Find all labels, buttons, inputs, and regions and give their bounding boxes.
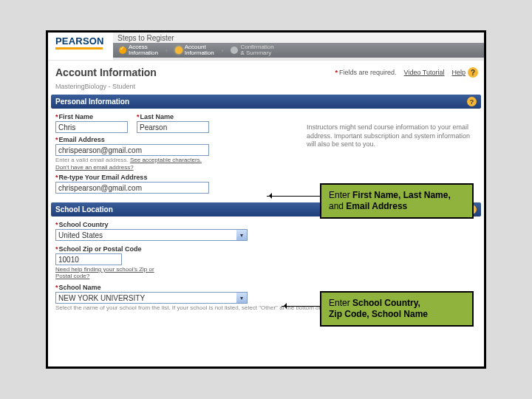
last-name-input[interactable] [137, 121, 209, 133]
top-bar: PEARSON Steps to Register Access Informa… [48, 33, 484, 61]
brand-text: PEARSON [55, 35, 104, 47]
country-field: *School Country United States ▾ [55, 221, 248, 241]
arrow-icon [267, 196, 320, 197]
first-name-field: *First Name [55, 113, 128, 133]
retype-email-input[interactable] [55, 182, 209, 194]
acceptable-chars-link[interactable]: See acceptable characters. [130, 157, 202, 163]
step-confirmation: Confirmation & Summary [225, 43, 279, 58]
step3-line2: & Summary [240, 50, 271, 56]
help-icon[interactable]: ? [468, 67, 478, 78]
email-input[interactable] [55, 144, 209, 156]
step1-line2: Information [129, 50, 158, 56]
retype-email-field: *Re-type Your Email Address [55, 174, 209, 194]
zip-label: *School Zip or Postal Code [55, 245, 166, 253]
step-separator: › [164, 47, 169, 54]
registration-frame: PEARSON Steps to Register Access Informa… [46, 30, 486, 369]
last-name-field: *Last Name [137, 113, 209, 133]
country-select[interactable]: United States [55, 229, 248, 241]
video-tutorial-link[interactable]: Video Tutorial [404, 69, 445, 76]
personal-info-band: Personal Information ? [51, 95, 481, 109]
school-select-wrap: NEW YORK UNIVERSITY ▾ [55, 292, 248, 304]
step-separator: › [220, 47, 225, 54]
personal-left: *First Name *Last Name *Email Address En… [55, 113, 298, 197]
email-field: *Email Address Enter a valid email addre… [55, 136, 209, 171]
help-icon[interactable]: ? [467, 97, 477, 106]
email-hint: Enter a valid email address. See accepta… [55, 157, 209, 163]
check-icon [119, 47, 126, 54]
help-link[interactable]: Help [451, 69, 466, 76]
page-title: Account Information [55, 66, 157, 78]
email-label: *Email Address [55, 136, 209, 143]
zip-help-link[interactable]: Need help finding your school's Zip or P… [55, 266, 166, 279]
no-email-link[interactable]: Don't have an email address? [55, 164, 209, 171]
school-name-label: *School Name [55, 284, 248, 291]
steps-bar: Access Information › Account Information… [113, 43, 484, 58]
steps-wrap: Steps to Register Access Information › A… [113, 33, 484, 60]
country-select-wrap: United States ▾ [55, 229, 248, 241]
first-name-input[interactable] [55, 121, 128, 133]
country-label: *School Country [55, 221, 248, 228]
last-name-label: *Last Name [137, 113, 209, 120]
first-name-label: *First Name [55, 113, 128, 120]
current-step-icon [175, 47, 183, 54]
help-group: Help ? [451, 67, 478, 78]
zip-field: *School Zip or Postal Code Need help fin… [55, 245, 166, 279]
callout-personal: Enter First Name, Last Name, and Email A… [320, 183, 474, 219]
pearson-logo: PEARSON [48, 33, 113, 60]
zip-input[interactable] [55, 253, 122, 265]
logo-underline [55, 47, 103, 50]
steps-title: Steps to Register [113, 33, 484, 43]
step2-line2: Information [185, 50, 214, 56]
callout-school: Enter School Country, Zip Code, School N… [320, 291, 474, 327]
page-header: Account Information *Fields are required… [48, 61, 484, 81]
personal-band-wrap: Personal Information ? [51, 95, 481, 109]
product-subtitle: MasteringBiology - Student [48, 81, 484, 92]
school-name-field: *School Name NEW YORK UNIVERSITY ▾ Selec… [55, 284, 248, 311]
retype-email-label: *Re-type Your Email Address [55, 174, 209, 181]
required-note: *Fields are required. [335, 69, 397, 76]
step-access-info: Access Information [113, 43, 164, 58]
header-right: *Fields are required. Video Tutorial Hel… [335, 67, 478, 78]
personal-band-label: Personal Information [55, 98, 129, 106]
arrow-icon [282, 306, 321, 307]
school-select[interactable]: NEW YORK UNIVERSITY [55, 292, 248, 304]
step-account-info: Account Information [169, 43, 220, 58]
pending-step-icon [231, 47, 238, 54]
school-band-label: School Location [55, 205, 113, 214]
